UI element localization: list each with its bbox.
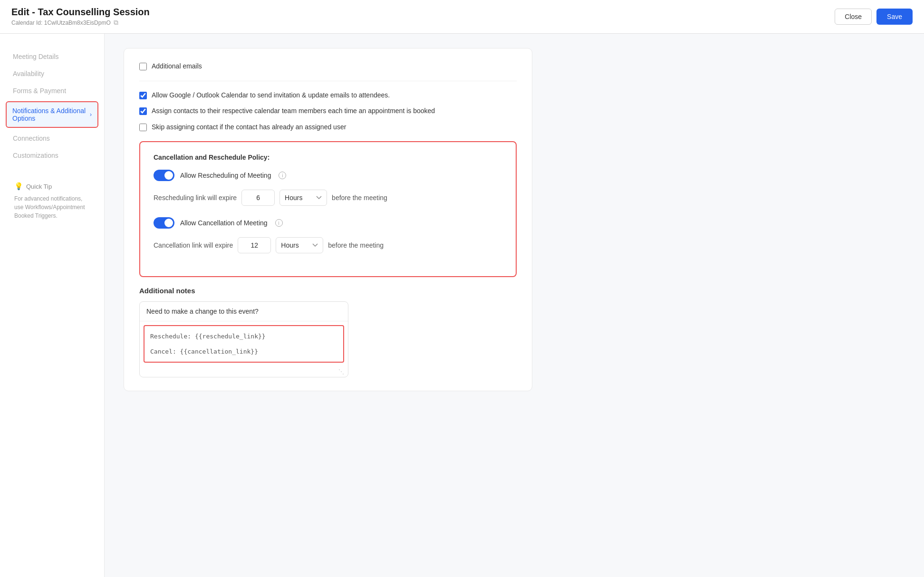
allow-google-checkbox[interactable]: [139, 92, 147, 99]
cancel-template-line: Cancel: {{cancellation_link}}: [150, 346, 337, 357]
additional-notes-title: Additional notes: [139, 287, 517, 295]
rescheduling-toggle-slider: [154, 170, 174, 181]
cancellation-toggle[interactable]: [154, 217, 174, 229]
main-card: Additional emails Allow Google / Outlook…: [124, 48, 532, 391]
cancellation-expire-label: Cancellation link will expire: [154, 241, 233, 249]
additional-emails-label: Additional emails: [152, 62, 202, 71]
assign-contacts-label: Assign contacts to their respective cale…: [152, 106, 435, 116]
calendar-id: Calendar Id: 1CwlUtzaBm8x3EisDpmO ⧉: [11, 19, 150, 27]
cancellation-info-icon[interactable]: i: [275, 219, 283, 227]
sidebar-item-connections[interactable]: Connections: [0, 130, 104, 147]
cancellation-toggle-slider: [154, 217, 174, 229]
skip-assigning-label: Skip assigning contact if the contact ha…: [152, 123, 346, 132]
rescheduling-toggle-row: Allow Rescheduling of Meeting i: [154, 170, 502, 181]
additional-emails-checkbox[interactable]: [139, 63, 147, 70]
rescheduling-expire-suffix: before the meeting: [332, 194, 387, 202]
header-left: Edit - Tax Counselling Session Calendar …: [11, 7, 150, 27]
header-actions: Close Save: [835, 9, 913, 25]
allow-google-row: Allow Google / Outlook Calendar to send …: [139, 91, 517, 100]
allow-google-label: Allow Google / Outlook Calendar to send …: [152, 91, 390, 100]
main-layout: Meeting Details Availability Forms & Pay…: [0, 34, 924, 577]
cancellation-expire-input[interactable]: [238, 237, 271, 253]
rescheduling-expire-row: Rescheduling link will expire Minutes Ho…: [154, 190, 502, 206]
page-title: Edit - Tax Counselling Session: [11, 7, 150, 18]
sidebar-nav: Meeting Details Availability Forms & Pay…: [0, 48, 104, 164]
rescheduling-toggle[interactable]: [154, 170, 174, 181]
additional-notes-section: Additional notes Need to make a change t…: [139, 287, 517, 377]
resize-handle[interactable]: ⋱: [140, 366, 348, 377]
page-header: Edit - Tax Counselling Session Calendar …: [0, 0, 924, 34]
rescheduling-expire-label: Rescheduling link will expire: [154, 194, 237, 202]
skip-assigning-row: Skip assigning contact if the contact ha…: [139, 123, 517, 132]
sidebar: Meeting Details Availability Forms & Pay…: [0, 34, 105, 577]
sidebar-item-customizations[interactable]: Customizations: [0, 147, 104, 164]
rescheduling-info-icon[interactable]: i: [279, 172, 286, 179]
quick-tip-text: For advanced notifications, use Workflow…: [14, 194, 90, 220]
cancellation-toggle-label: Allow Cancellation of Meeting: [180, 219, 268, 227]
rescheduling-toggle-label: Allow Rescheduling of Meeting: [180, 172, 271, 179]
cancellation-toggle-row: Allow Cancellation of Meeting i: [154, 217, 502, 229]
notes-template-box[interactable]: Reschedule: {{reschedule_link}} Cancel: …: [144, 325, 344, 363]
sidebar-item-forms-payment[interactable]: Forms & Payment: [0, 82, 104, 99]
cancellation-expire-suffix: before the meeting: [328, 241, 384, 249]
divider-1: [139, 81, 517, 81]
quick-tip: 💡 Quick Tip For advanced notifications, …: [8, 175, 96, 227]
assign-contacts-row: Assign contacts to their respective cale…: [139, 106, 517, 116]
policy-title: Cancellation and Reschedule Policy:: [154, 154, 502, 161]
content-area: Additional emails Allow Google / Outlook…: [105, 34, 924, 577]
additional-emails-row: Additional emails: [139, 62, 517, 71]
save-button[interactable]: Save: [876, 9, 913, 25]
notes-textarea-wrapper: Need to make a change to this event? Res…: [139, 301, 348, 377]
copy-icon[interactable]: ⧉: [114, 19, 118, 27]
sidebar-item-meeting-details[interactable]: Meeting Details: [0, 48, 104, 65]
skip-assigning-checkbox[interactable]: [139, 124, 147, 131]
sidebar-item-availability[interactable]: Availability: [0, 65, 104, 82]
cancellation-expire-row: Cancellation link will expire Minutes Ho…: [154, 237, 502, 253]
cancellation-expire-unit-select[interactable]: Minutes Hours Days: [276, 237, 323, 253]
lightbulb-icon: 💡: [14, 182, 23, 191]
close-button[interactable]: Close: [835, 9, 872, 25]
policy-box: Cancellation and Reschedule Policy: Allo…: [139, 141, 517, 277]
rescheduling-expire-input[interactable]: [241, 190, 275, 206]
quick-tip-title: 💡 Quick Tip: [14, 182, 90, 191]
assign-contacts-checkbox[interactable]: [139, 107, 147, 115]
notes-top-line: Need to make a change to this event?: [140, 302, 348, 321]
chevron-right-icon: ›: [90, 111, 92, 118]
rescheduling-expire-unit-select[interactable]: Minutes Hours Days: [279, 190, 327, 206]
reschedule-template-line: Reschedule: {{reschedule_link}}: [150, 331, 337, 342]
sidebar-item-notifications[interactable]: Notifications & Additional Options ›: [6, 101, 98, 128]
